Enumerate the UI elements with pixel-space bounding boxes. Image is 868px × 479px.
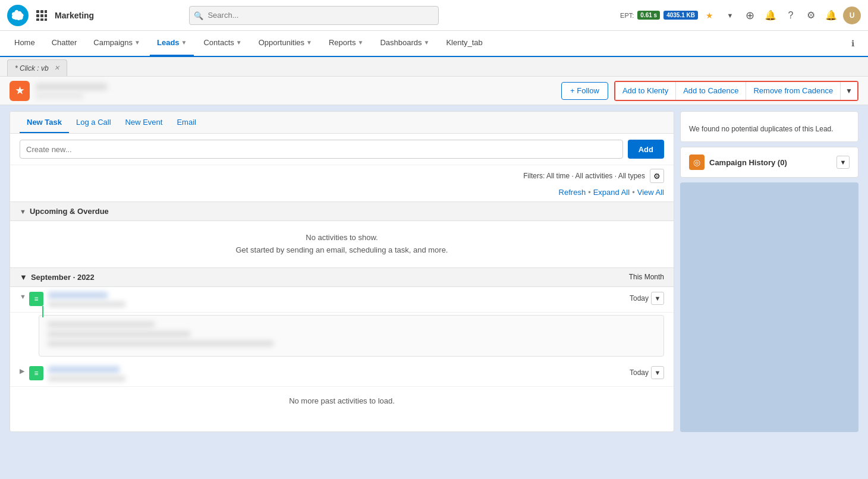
action-links: Refresh • Expand All • View All — [10, 187, 674, 201]
activity-item-1: ▼ ≡ Today ▼ — [10, 287, 674, 313]
activity-1-subtitle — [48, 301, 125, 307]
activity-1-title — [48, 292, 108, 299]
follow-button[interactable]: + Follow — [561, 82, 608, 100]
svg-rect-4 — [40, 14, 43, 17]
record-name-block — [36, 83, 555, 99]
record-star-icon: ★ — [10, 81, 30, 101]
add-button[interactable]: Add — [628, 140, 664, 159]
avatar[interactable]: U — [843, 7, 861, 24]
tab-log-call[interactable]: Log a Call — [69, 112, 118, 133]
detail-line-3 — [48, 341, 273, 346]
september-section-header: ▼ September · 2022 This Month — [10, 267, 674, 287]
search-input[interactable] — [189, 6, 439, 25]
upcoming-section-header[interactable]: ▼ Upcoming & Overdue — [10, 201, 674, 221]
activity-2-content — [48, 366, 630, 382]
search-bar: 🔍 — [189, 6, 439, 25]
activity-item-2: ▶ ≡ Today ▼ — [10, 361, 674, 387]
tab-new-event[interactable]: New Event — [118, 112, 170, 133]
activity-2-chevron[interactable]: ▶ — [20, 366, 29, 375]
app-name: Marketing — [55, 11, 94, 20]
grid-icon[interactable] — [33, 7, 50, 24]
add-to-klenty-button[interactable]: Add to Klenty — [615, 82, 676, 100]
expand-all-link[interactable]: Expand All — [593, 188, 630, 197]
add-to-cadence-button[interactable]: Add to Cadence — [676, 82, 746, 100]
svg-rect-6 — [36, 18, 39, 21]
empty-line2: Get started by sending an email, schedul… — [20, 244, 664, 257]
nav-opportunities[interactable]: Opportunities ▼ — [251, 30, 319, 56]
star-icon[interactable]: ★ — [702, 7, 718, 24]
tab-new-task[interactable]: New Task — [20, 112, 69, 133]
september-label: September · 2022 — [31, 273, 95, 282]
campaign-icon: ◎ — [689, 155, 705, 170]
activity-1-date: Today ▼ — [630, 292, 664, 305]
tab-click-vb[interactable]: * Click : vb ✕ — [7, 59, 67, 76]
tab-label: * Click : vb — [15, 64, 49, 73]
top-navigation: Marketing 🔍 EPT: 0.61 s 4035.1 KB ★ ▼ ⊕ … — [0, 0, 868, 31]
add-icon[interactable]: ⊕ — [742, 7, 759, 24]
chevron-down-icon[interactable]: ▼ — [722, 7, 738, 24]
bell-icon[interactable]: 🔔 — [762, 7, 779, 24]
help-icon[interactable]: ? — [782, 7, 799, 24]
activity-item-1-wrapper: ▼ ≡ Today ▼ — [10, 287, 674, 313]
svg-rect-7 — [40, 18, 43, 21]
create-bar: Add — [10, 134, 674, 165]
no-more-text: No more past activities to load. — [10, 387, 674, 415]
svg-rect-0 — [36, 10, 39, 13]
main-content: New Task Log a Call New Event Email Add … — [0, 105, 868, 438]
upcoming-chevron-icon: ▼ — [20, 208, 26, 215]
campaign-collapse-button[interactable]: ▼ — [836, 156, 850, 169]
ept-value: 0.61 s — [637, 11, 660, 20]
activity-2-icon: ≡ — [29, 366, 43, 380]
campaign-label: Campaign History (0) — [709, 158, 787, 167]
search-icon: 🔍 — [194, 11, 203, 20]
timeline-connector-1 — [42, 306, 43, 317]
filter-gear-button[interactable]: ⚙ — [650, 169, 664, 183]
tab-close-icon[interactable]: ✕ — [54, 64, 59, 72]
campaign-header: Campaign History (0) ▼ — [709, 156, 850, 169]
create-new-input[interactable] — [20, 140, 623, 159]
nav-contacts[interactable]: Contacts ▼ — [196, 30, 249, 56]
nav-leads[interactable]: Leads ▼ — [150, 30, 194, 56]
activity-1-content — [48, 292, 630, 307]
september-chevron-icon[interactable]: ▼ — [20, 273, 27, 282]
activity-1-dropdown[interactable]: ▼ — [651, 292, 664, 305]
gear-icon[interactable]: ⚙ — [803, 7, 819, 24]
tab-bar: * Click : vb ✕ — [0, 57, 868, 77]
activity-2-subtitle — [48, 376, 125, 382]
nav-home[interactable]: Home — [7, 30, 42, 56]
nav-campaigns[interactable]: Campaigns ▼ — [86, 30, 147, 56]
salesforce-logo[interactable] — [7, 5, 29, 26]
action-bar: ★ + Follow Add to Klenty Add to Cadence … — [0, 77, 868, 105]
notification-icon[interactable]: 🔔 — [823, 7, 839, 24]
duplicate-text: We found no potential duplicates of this… — [689, 124, 850, 134]
opportunities-chevron: ▼ — [306, 39, 312, 46]
tab-email[interactable]: Email — [169, 112, 203, 133]
contacts-chevron: ▼ — [236, 39, 242, 46]
svg-rect-1 — [40, 10, 43, 13]
nav-reports[interactable]: Reports ▼ — [322, 30, 370, 56]
klenty-dropdown-button[interactable]: ▼ — [841, 82, 857, 100]
nav-klenty[interactable]: Klenty_tab — [439, 30, 489, 56]
upcoming-empty-state: No activities to show. Get started by se… — [10, 221, 674, 267]
activity-2-title — [48, 366, 119, 373]
nav-chatter[interactable]: Chatter — [45, 30, 84, 56]
info-icon[interactable]: ℹ — [844, 35, 861, 52]
right-panel-filler — [680, 182, 858, 432]
svg-rect-3 — [36, 14, 39, 17]
campaign-history-card: ◎ Campaign History (0) ▼ — [680, 147, 858, 178]
activity-2-dropdown[interactable]: ▼ — [651, 366, 664, 379]
view-all-link[interactable]: View All — [637, 188, 664, 197]
detail-line-2 — [48, 331, 190, 337]
record-name — [36, 83, 107, 90]
filters-text: Filters: All time · All activities · All… — [523, 172, 645, 180]
reports-chevron: ▼ — [357, 39, 363, 46]
remove-from-cadence-button[interactable]: Remove from Cadence — [746, 82, 841, 100]
activity-1-chevron[interactable]: ▼ — [20, 292, 29, 300]
activity-1-detail — [39, 315, 664, 357]
svg-rect-2 — [45, 10, 47, 13]
campaigns-chevron: ▼ — [134, 39, 140, 46]
filters-row: Filters: All time · All activities · All… — [10, 165, 674, 187]
refresh-link[interactable]: Refresh — [559, 188, 586, 197]
nav-dashboards[interactable]: Dashboards ▼ — [373, 30, 436, 56]
activity-tabs: New Task Log a Call New Event Email — [10, 112, 674, 134]
